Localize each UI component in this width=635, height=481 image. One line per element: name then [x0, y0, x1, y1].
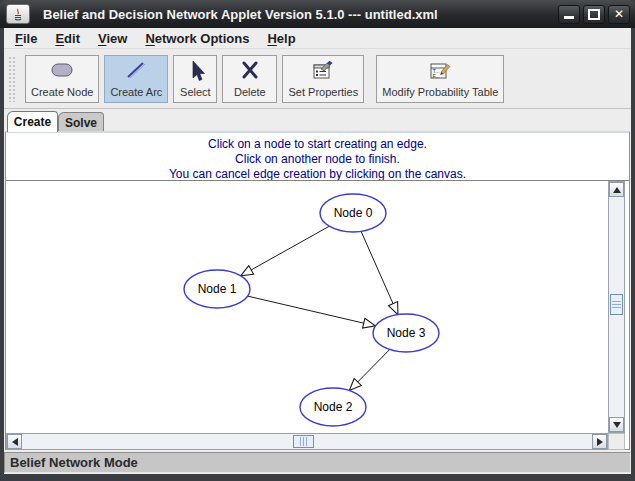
right-arrow-icon [597, 438, 603, 446]
java-coffee-icon[interactable] [6, 4, 30, 24]
scroll-up-button[interactable] [609, 182, 624, 197]
horizontal-scrollbar[interactable] [6, 433, 608, 450]
select-button[interactable]: Select [173, 55, 217, 103]
vertical-scroll-thumb[interactable] [610, 294, 623, 315]
svg-text:Node 0: Node 0 [334, 206, 373, 220]
up-arrow-icon [613, 187, 621, 193]
graph-edge-node-0-to-node-1 [241, 226, 330, 276]
create-tab-panel: Click on a node to start creating an edg… [5, 131, 630, 450]
scroll-right-button[interactable] [592, 434, 607, 449]
graph-edge-node-0-to-node-3 [361, 231, 398, 314]
graph-node-node-0[interactable]: Node 0 [320, 194, 386, 232]
toolbar-grip-handle[interactable] [8, 56, 17, 102]
set-properties-button[interactable]: Set Properties [282, 55, 364, 103]
probability-table-icon: T... F... [428, 60, 452, 81]
maximize-icon [588, 9, 600, 20]
window-title: Belief and Decision Network Applet Versi… [43, 7, 438, 22]
down-arrow-icon [613, 422, 621, 428]
status-text: Belief Network Mode [10, 455, 138, 470]
menu-item-network-options[interactable]: Network Options [138, 29, 256, 48]
delete-button[interactable]: Delete [222, 55, 277, 103]
belief-network-graph[interactable]: Node 0Node 1Node 3Node 2 [6, 181, 608, 433]
graph-edge-node-3-to-node-2 [349, 350, 389, 391]
node-ellipse-icon [49, 60, 75, 80]
instruction-line-1: Click on a node to start creating an edg… [6, 137, 629, 152]
scroll-down-button[interactable] [609, 417, 624, 432]
menu-item-help[interactable]: Help [260, 29, 302, 48]
delete-label: Delete [234, 86, 266, 98]
network-scrollpane: Node 0Node 1Node 3Node 2 [6, 180, 629, 449]
properties-form-icon [311, 60, 335, 81]
toolbar: Create Node Create Arc Select Delete [4, 49, 631, 109]
close-button[interactable]: ✕ [608, 5, 630, 24]
create-arc-label: Create Arc [110, 86, 162, 98]
create-node-button[interactable]: Create Node [25, 55, 99, 103]
create-arc-button[interactable]: Create Arc [104, 55, 168, 103]
horizontal-scroll-thumb[interactable] [293, 435, 314, 448]
menu-item-edit[interactable]: Edit [48, 29, 87, 48]
svg-text:Node 1: Node 1 [198, 282, 237, 296]
statusbar: Belief Network Mode [4, 452, 631, 473]
close-icon: ✕ [614, 8, 624, 20]
svg-text:F...: F... [433, 72, 441, 78]
minimize-icon [564, 16, 574, 19]
scrollbar-corner [608, 433, 625, 450]
select-label: Select [180, 86, 211, 98]
tab-create[interactable]: Create [7, 111, 58, 132]
modify-probability-table-label: Modify Probability Table [382, 86, 498, 98]
thumb-grip-icon [300, 437, 308, 446]
titlebar[interactable]: Belief and Decision Network Applet Versi… [0, 0, 635, 28]
window-controls: ✕ [558, 5, 630, 24]
modify-probability-table-button[interactable]: T... F... Modify Probability Table [376, 55, 504, 103]
svg-text:Node 3: Node 3 [387, 326, 426, 340]
maximize-button[interactable] [583, 5, 605, 24]
scroll-left-button[interactable] [7, 434, 22, 449]
graph-node-node-2[interactable]: Node 2 [300, 388, 366, 426]
left-arrow-icon [12, 438, 18, 446]
graph-edge-node-1-to-node-3 [248, 296, 376, 326]
instruction-line-2: Click on another node to finish. [6, 152, 629, 167]
graph-node-node-3[interactable]: Node 3 [373, 314, 439, 352]
instruction-text: Click on a node to start creating an edg… [6, 133, 629, 180]
x-cross-icon [238, 60, 262, 80]
network-canvas[interactable]: Node 0Node 1Node 3Node 2 [6, 181, 608, 433]
application-window: Belief and Decision Network Applet Versi… [0, 0, 635, 481]
cursor-arrow-icon [183, 60, 207, 81]
java-cup-glyph [12, 8, 24, 21]
vertical-scrollbar[interactable] [608, 181, 625, 433]
graph-node-node-1[interactable]: Node 1 [184, 270, 250, 308]
menu-item-view[interactable]: View [91, 29, 134, 48]
svg-text:Node 2: Node 2 [314, 400, 353, 414]
menubar: File Edit View Network Options Help [4, 28, 631, 49]
set-properties-label: Set Properties [288, 86, 358, 98]
thumb-grip-icon [612, 301, 621, 309]
arc-line-icon [124, 60, 148, 80]
create-node-label: Create Node [31, 86, 93, 98]
minimize-button[interactable] [558, 5, 580, 24]
menu-item-file[interactable]: File [8, 29, 44, 48]
tab-solve[interactable]: Solve [58, 112, 104, 132]
